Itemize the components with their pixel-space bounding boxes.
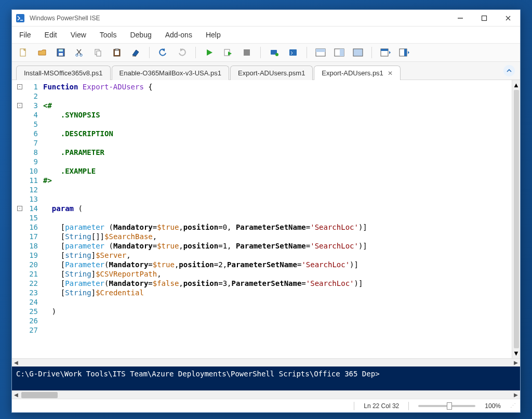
code-line[interactable]: [string]$Server, bbox=[43, 251, 509, 260]
app-icon bbox=[15, 13, 25, 23]
code-line[interactable]: [parameter (Mandatory=$true,position=0, … bbox=[43, 222, 509, 232]
code-line[interactable]: <# bbox=[43, 101, 509, 110]
menu-help[interactable]: Help bbox=[203, 29, 224, 41]
code-line[interactable]: [Parameter(Mandatory=$false,position=3,P… bbox=[43, 279, 509, 288]
menu-add-ons[interactable]: Add-ons bbox=[162, 29, 195, 41]
svg-rect-24 bbox=[381, 49, 388, 51]
new-remote-icon[interactable] bbox=[286, 46, 300, 59]
code-line[interactable]: .EXAMPLE bbox=[43, 166, 509, 176]
code-line[interactable] bbox=[43, 325, 509, 335]
code-area[interactable]: Function Export-ADUsers { <# .SYNOPSIS .… bbox=[40, 80, 512, 358]
toolbar bbox=[12, 44, 520, 62]
redo-icon[interactable] bbox=[175, 46, 189, 59]
new-icon[interactable] bbox=[16, 46, 31, 59]
svg-rect-17 bbox=[289, 49, 297, 56]
fold-toggle-icon[interactable]: - bbox=[17, 206, 22, 211]
console-prompt: C:\G-Drive\Work Tools\ITS Team\Azure Dep… bbox=[16, 370, 380, 378]
svg-rect-11 bbox=[115, 50, 119, 55]
code-line[interactable]: [parameter (Mandatory=$true,position=1, … bbox=[43, 241, 509, 251]
code-line[interactable] bbox=[43, 213, 509, 222]
code-line[interactable] bbox=[43, 91, 509, 101]
open-icon[interactable] bbox=[35, 46, 49, 59]
svg-point-16 bbox=[275, 53, 278, 56]
code-line[interactable] bbox=[43, 194, 509, 204]
window-title: Windows PowerShell ISE bbox=[30, 15, 448, 22]
maximize-button[interactable] bbox=[472, 10, 496, 27]
undo-icon[interactable] bbox=[156, 46, 170, 59]
code-line[interactable] bbox=[43, 157, 509, 166]
titlebar: Windows PowerShell ISE bbox=[12, 10, 520, 27]
show-script-top-icon[interactable] bbox=[313, 46, 328, 59]
app-window: Windows PowerShell ISE FileEditViewTools… bbox=[11, 9, 521, 413]
code-line[interactable]: [String]$CSVReportPath, bbox=[43, 269, 509, 279]
menu-file[interactable]: File bbox=[16, 29, 34, 41]
fold-toggle-icon[interactable]: - bbox=[17, 103, 22, 108]
clear-icon[interactable] bbox=[128, 46, 143, 59]
collapse-script-pane-button[interactable] bbox=[503, 65, 515, 76]
code-line[interactable] bbox=[43, 185, 509, 194]
svg-rect-22 bbox=[353, 49, 363, 56]
menu-tools[interactable]: Tools bbox=[97, 29, 120, 41]
menu-view[interactable]: View bbox=[68, 29, 89, 41]
file-tab[interactable]: Install-MSOffice365v8.ps1 bbox=[16, 66, 111, 80]
cut-icon[interactable] bbox=[72, 46, 87, 59]
show-script-max-icon[interactable] bbox=[351, 46, 365, 59]
paste-icon[interactable] bbox=[110, 46, 124, 59]
code-line[interactable]: Function Export-ADUsers { bbox=[43, 82, 509, 91]
window-controls bbox=[448, 10, 520, 27]
code-line[interactable]: [Parameter(Mandatory=$true,position=2,Pa… bbox=[43, 260, 509, 269]
code-line[interactable]: .PARAMETER bbox=[43, 148, 509, 157]
zoom-slider[interactable] bbox=[418, 405, 475, 407]
svg-rect-4 bbox=[59, 53, 63, 56]
menubar: FileEditViewToolsDebugAdd-onsHelp bbox=[12, 27, 520, 44]
show-command-addon-icon[interactable] bbox=[397, 46, 411, 59]
console-pane[interactable]: C:\G-Drive\Work Tools\ITS Team\Azure Dep… bbox=[12, 366, 520, 390]
remote-icon[interactable] bbox=[267, 46, 282, 59]
file-tab[interactable]: Export-ADUsers.ps1✕ bbox=[314, 66, 400, 80]
minimize-button[interactable] bbox=[448, 10, 472, 27]
zoom-percent: 100% bbox=[485, 402, 501, 410]
show-script-right-icon[interactable] bbox=[332, 46, 347, 59]
code-line[interactable]: [String[]]$SearchBase, bbox=[43, 232, 509, 241]
stop-icon[interactable] bbox=[240, 46, 254, 59]
tabstrip: Install-MSOffice365v8.ps1Enable-O365Mail… bbox=[12, 62, 520, 80]
code-line[interactable]: .DESCRIPTION bbox=[43, 129, 509, 138]
close-button[interactable] bbox=[496, 10, 520, 27]
menu-debug[interactable]: Debug bbox=[127, 29, 154, 41]
code-line[interactable]: [String]$Credential bbox=[43, 288, 509, 297]
run-selection-icon[interactable] bbox=[221, 46, 235, 59]
file-tab[interactable]: Enable-O365MailBox-v3-USA.ps1 bbox=[112, 66, 230, 80]
code-line[interactable]: #> bbox=[43, 176, 509, 185]
editor-horizontal-scrollbar[interactable]: ◄► bbox=[12, 358, 520, 366]
svg-rect-14 bbox=[244, 49, 250, 56]
code-line[interactable]: param ( bbox=[43, 204, 509, 213]
code-line[interactable] bbox=[43, 316, 509, 325]
svg-rect-9 bbox=[97, 51, 101, 56]
close-tab-icon[interactable]: ✕ bbox=[388, 70, 393, 77]
resize-grip-icon[interactable]: ⋰ bbox=[510, 402, 515, 409]
run-icon[interactable] bbox=[202, 46, 217, 59]
fold-toggle-icon[interactable]: - bbox=[17, 84, 22, 89]
script-editor[interactable]: -12-345678910111213-14151617181920212223… bbox=[12, 80, 520, 358]
cursor-position: Ln 22 Col 32 bbox=[364, 402, 399, 410]
show-command-icon[interactable] bbox=[378, 46, 393, 59]
code-line[interactable]: ) bbox=[43, 307, 509, 316]
file-tab-label: Export-ADUsers.psm1 bbox=[238, 69, 305, 77]
svg-rect-19 bbox=[316, 49, 325, 52]
menu-edit[interactable]: Edit bbox=[42, 29, 60, 41]
file-tab-label: Enable-O365MailBox-v3-USA.ps1 bbox=[119, 69, 222, 77]
svg-rect-26 bbox=[404, 49, 407, 56]
file-tab-label: Install-MSOffice365v8.ps1 bbox=[24, 69, 103, 77]
code-line[interactable] bbox=[43, 297, 509, 307]
svg-rect-21 bbox=[340, 49, 344, 56]
file-tab-label: Export-ADUsers.ps1 bbox=[322, 69, 383, 77]
console-horizontal-scrollbar[interactable]: ◄► bbox=[12, 390, 520, 399]
line-number-gutter: -12-345678910111213-14151617181920212223… bbox=[12, 80, 40, 358]
save-icon[interactable] bbox=[54, 46, 68, 59]
code-line[interactable]: .SYNOPSIS bbox=[43, 110, 509, 120]
code-line[interactable] bbox=[43, 138, 509, 148]
copy-icon[interactable] bbox=[91, 46, 105, 59]
file-tab[interactable]: Export-ADUsers.psm1 bbox=[230, 66, 313, 80]
code-line[interactable] bbox=[43, 120, 509, 129]
vertical-scrollbar[interactable]: ▲▼ bbox=[512, 80, 520, 358]
